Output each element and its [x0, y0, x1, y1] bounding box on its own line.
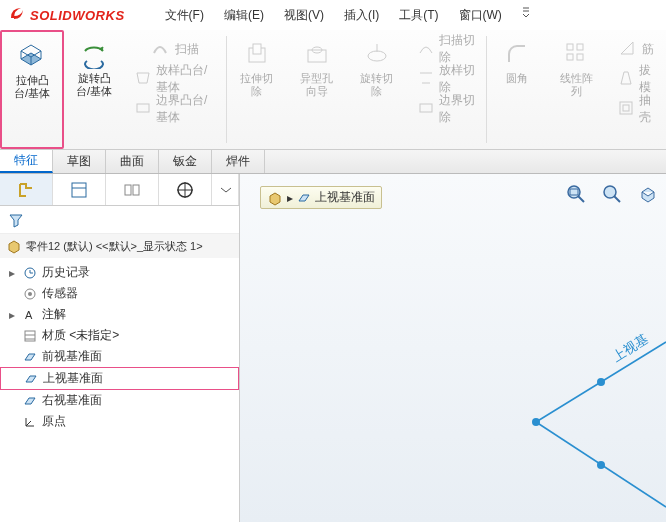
svg-rect-15 [125, 185, 131, 195]
tree-annotations[interactable]: ▸A注解 [0, 304, 239, 325]
menu-file[interactable]: 文件(F) [155, 3, 214, 28]
svg-rect-8 [577, 44, 583, 50]
tree-history[interactable]: ▸历史记录 [0, 262, 239, 283]
tree-top-label: 上视基准面 [43, 370, 103, 387]
sweep-label: 扫描 [175, 41, 199, 58]
menu-insert[interactable]: 插入(I) [334, 3, 389, 28]
boundary-label: 边界凸台/基体 [156, 92, 216, 126]
tree-sensors-label: 传感器 [42, 285, 78, 302]
side-tab-expand[interactable] [212, 174, 239, 205]
feature-manager-panel: 零件12 (默认) <<默认>_显示状态 1> ▸历史记录 传感器 ▸A注解 材… [0, 174, 240, 522]
sketch-plane-label: 上视基 [610, 331, 651, 364]
loft-cut-label: 放样切除 [439, 62, 476, 96]
tree-root[interactable]: 零件12 (默认) <<默认>_显示状态 1> [0, 234, 239, 258]
tree-filter[interactable] [0, 206, 239, 234]
extrude-cut-button[interactable]: 拉伸切除 [227, 30, 287, 149]
view-orientation-button[interactable] [634, 180, 662, 208]
rib-button[interactable]: 筋 [614, 34, 658, 64]
sensor-icon [22, 286, 38, 302]
rib-label: 筋 [642, 41, 654, 58]
material-icon [22, 328, 38, 344]
menubar: 文件(F) 编辑(E) 视图(V) 插入(I) 工具(T) 窗口(W) [155, 3, 536, 28]
graphics-area[interactable]: ▸ 上视基准面 上视基 [240, 174, 666, 522]
tree-right-label: 右视基准面 [42, 392, 102, 409]
draft-label: 拔模 [639, 62, 656, 96]
boundary-cut-icon [417, 99, 435, 119]
side-tab-dimxpert[interactable] [159, 174, 212, 205]
extrude-boss-button[interactable]: 拉伸凸台/基体 [0, 30, 64, 149]
zoom-area-button[interactable] [598, 180, 626, 208]
menu-more-icon[interactable] [516, 3, 536, 23]
chevron-icon: ▸ [287, 191, 293, 205]
loft-icon [134, 69, 152, 89]
tree-sensors[interactable]: 传感器 [0, 283, 239, 304]
tab-sketch[interactable]: 草图 [53, 150, 106, 173]
menu-window[interactable]: 窗口(W) [449, 3, 512, 28]
fillet-button[interactable]: 圆角 [487, 30, 547, 149]
sweep-button[interactable]: 扫描 [147, 34, 203, 64]
menu-view[interactable]: 视图(V) [274, 3, 334, 28]
svg-point-34 [532, 418, 540, 426]
revolve-boss-button[interactable]: 旋转凸台/基体 [64, 30, 124, 149]
svg-rect-10 [577, 54, 583, 60]
annotation-icon: A [22, 307, 38, 323]
origin-icon [22, 414, 38, 430]
boundary-button[interactable]: 边界凸台/基体 [130, 94, 220, 124]
app-logo: SOLIDWORKS [8, 4, 125, 26]
svg-text:A: A [25, 309, 33, 321]
expand-icon[interactable]: ▸ [6, 266, 18, 280]
fillet-label: 圆角 [506, 72, 528, 85]
menu-tools[interactable]: 工具(T) [389, 3, 448, 28]
svg-point-22 [28, 292, 32, 296]
hole-icon [301, 38, 333, 70]
tab-sheetmetal[interactable]: 钣金 [159, 150, 212, 173]
revolve-cut-button[interactable]: 旋转切除 [347, 30, 407, 149]
expand-icon[interactable]: ▸ [6, 308, 18, 322]
boundary-cut-button[interactable]: 边界切除 [413, 94, 480, 124]
svg-point-35 [597, 378, 605, 386]
tree-plane-right[interactable]: 右视基准面 [0, 390, 239, 411]
hole-label: 异型孔向导 [297, 72, 337, 98]
selection-breadcrumb[interactable]: ▸ 上视基准面 [260, 186, 382, 209]
tab-weldment[interactable]: 焊件 [212, 150, 265, 173]
extrude-cut-label: 拉伸切除 [237, 72, 277, 98]
extrude-icon [16, 40, 48, 72]
svg-point-36 [597, 461, 605, 469]
history-icon [22, 265, 38, 281]
sweep-cut-label: 扫描切除 [439, 32, 476, 66]
tree-root-label: 零件12 (默认) <<默认>_显示状态 1> [26, 239, 203, 254]
loft-cut-button[interactable]: 放样切除 [413, 64, 480, 94]
zoom-fit-button[interactable] [562, 180, 590, 208]
tree-origin[interactable]: 原点 [0, 411, 239, 432]
boundary-icon [134, 99, 152, 119]
hole-wizard-button[interactable]: 异型孔向导 [287, 30, 347, 149]
tree-plane-front[interactable]: 前视基准面 [0, 346, 239, 367]
tree-history-label: 历史记录 [42, 264, 90, 281]
svg-rect-2 [253, 44, 261, 54]
shell-label: 抽壳 [639, 92, 656, 126]
shell-button[interactable]: 抽壳 [613, 94, 660, 124]
logo-text: SOLIDWORKS [30, 8, 125, 23]
loft-button[interactable]: 放样凸台/基体 [130, 64, 220, 94]
menu-edit[interactable]: 编辑(E) [214, 3, 274, 28]
side-tab-property[interactable] [53, 174, 106, 205]
side-tab-feature-tree[interactable] [0, 174, 53, 205]
side-tab-config[interactable] [106, 174, 159, 205]
boundary-cut-label: 边界切除 [439, 92, 476, 126]
revolve-cut-icon [361, 38, 393, 70]
pattern-icon [561, 38, 593, 70]
tree-plane-top[interactable]: 上视基准面 [0, 367, 239, 390]
tree-material[interactable]: 材质 <未指定> [0, 325, 239, 346]
tab-features[interactable]: 特征 [0, 150, 53, 173]
tree-material-label: 材质 <未指定> [42, 327, 119, 344]
part-icon [6, 238, 22, 254]
pattern-button[interactable]: 线性阵列 [547, 30, 607, 149]
svg-rect-16 [133, 185, 139, 195]
plane-icon [297, 191, 311, 205]
draft-button[interactable]: 拔模 [613, 64, 660, 94]
sweep-cut-button[interactable]: 扫描切除 [413, 34, 480, 64]
fillet-icon [501, 38, 533, 70]
tab-surface[interactable]: 曲面 [106, 150, 159, 173]
svg-line-28 [578, 196, 584, 202]
ribbon: 拉伸凸台/基体 旋转凸台/基体 扫描 放样凸台/基体 边界凸台/基体 拉伸切除 … [0, 30, 666, 150]
